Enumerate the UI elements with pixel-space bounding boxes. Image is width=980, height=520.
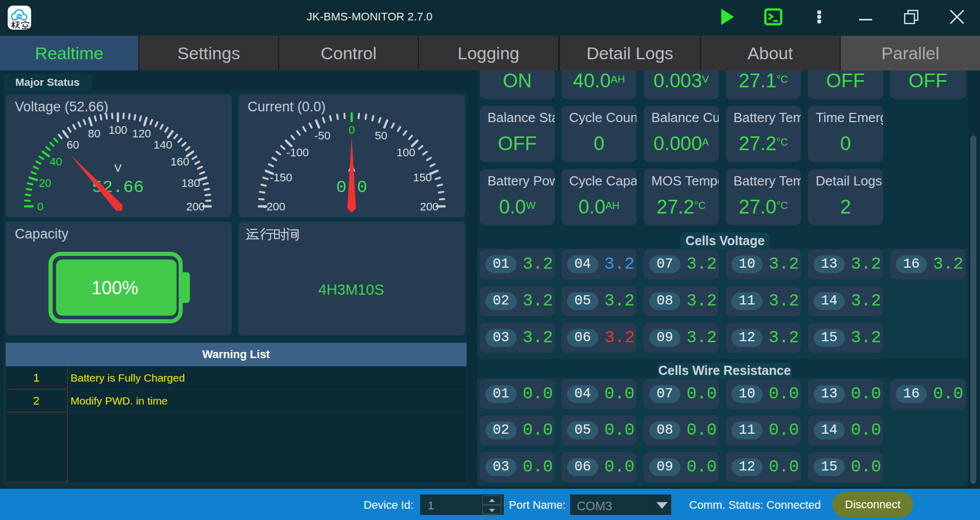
svg-text:50: 50 xyxy=(375,129,387,142)
svg-text:160: 160 xyxy=(170,155,189,168)
svg-text:60: 60 xyxy=(67,138,79,151)
svg-text:0: 0 xyxy=(349,124,355,136)
svg-text:V: V xyxy=(114,162,121,174)
svg-text:-50: -50 xyxy=(314,129,331,142)
svg-text:20: 20 xyxy=(39,177,51,190)
svg-text:0: 0 xyxy=(37,200,43,213)
svg-text:40: 40 xyxy=(50,155,62,168)
svg-text:4H3M10S: 4H3M10S xyxy=(318,281,384,298)
svg-text:100%: 100% xyxy=(91,277,138,298)
svg-text:120: 120 xyxy=(132,127,151,140)
svg-text:-200: -200 xyxy=(263,200,285,213)
svg-text:200: 200 xyxy=(420,200,439,213)
svg-text:100: 100 xyxy=(109,124,128,136)
svg-text:80: 80 xyxy=(88,127,100,140)
svg-text:100: 100 xyxy=(397,146,415,159)
svg-text:140: 140 xyxy=(154,138,173,151)
svg-text:150: 150 xyxy=(413,171,432,184)
svg-text:200: 200 xyxy=(186,200,205,213)
svg-text:-150: -150 xyxy=(270,171,292,184)
svg-text:-100: -100 xyxy=(286,146,309,159)
svg-text:180: 180 xyxy=(181,177,200,190)
